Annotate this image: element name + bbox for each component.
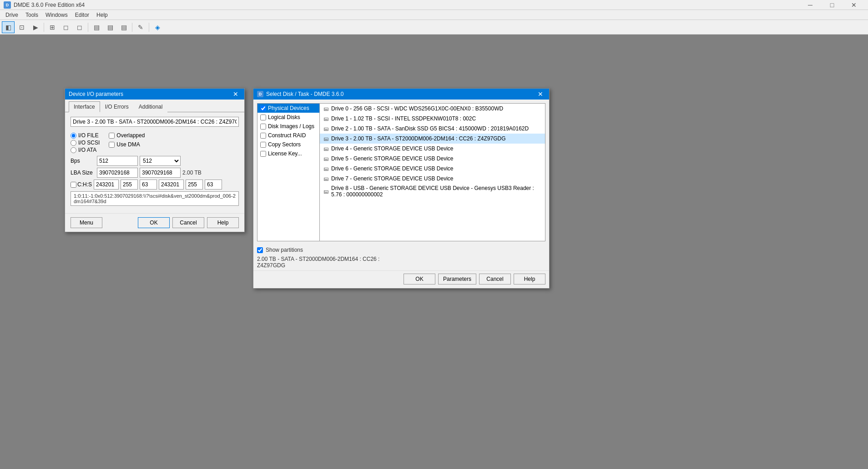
copy-sectors-checkbox[interactable]	[260, 142, 266, 148]
drive-path-input[interactable]	[71, 117, 239, 127]
close-button[interactable]: ✕	[843, 0, 864, 10]
toolbar-btn-7[interactable]: ▤	[104, 21, 116, 33]
chs-c2[interactable]	[159, 180, 184, 190]
bps-input1[interactable]	[97, 156, 138, 166]
physical-checkbox[interactable]	[260, 105, 266, 111]
chs-checkbox[interactable]	[71, 182, 76, 188]
toolbar-btn-5[interactable]: ◻	[73, 21, 86, 33]
overlapped-label[interactable]: Overlapped	[116, 132, 145, 139]
io-ata-label[interactable]: I/O ATA	[78, 147, 96, 153]
device-io-title: Device I/O parameters	[69, 91, 123, 97]
use-dma-label[interactable]: Use DMA	[116, 141, 140, 148]
minimize-button[interactable]: ─	[800, 0, 821, 10]
toolbar-sep-3	[132, 23, 132, 32]
bps-row: Bps 512	[71, 156, 239, 166]
io-scsi-label[interactable]: I/O SCSI	[78, 140, 100, 146]
drive-7-label: Drive 7 - Generic STORAGE DEVICE USB Dev…	[331, 175, 454, 182]
menu-windows[interactable]: Windows	[42, 11, 71, 19]
device-io-footer: Menu OK Cancel Help	[65, 213, 244, 232]
menu-button[interactable]: Menu	[71, 217, 102, 228]
io-file-radio[interactable]	[71, 133, 76, 139]
io-scsi-radio[interactable]	[71, 140, 76, 146]
bps-select[interactable]: 512	[140, 156, 181, 166]
toolbar-btn-2[interactable]: ▶	[29, 21, 42, 33]
chs-checkbox-group: C:H:S	[71, 181, 92, 188]
io-ata-row: I/O ATA	[71, 147, 100, 153]
left-item-physical[interactable]: Physical Devices	[257, 104, 319, 113]
cancel-button[interactable]: Cancel	[172, 217, 204, 228]
io-ata-radio[interactable]	[71, 147, 76, 153]
drive-7[interactable]: 🖴 Drive 7 - Generic STORAGE DEVICE USB D…	[320, 174, 545, 184]
app-icon: D	[4, 1, 11, 9]
chs-s1[interactable]	[140, 180, 157, 190]
toolbar-btn-8[interactable]: ▤	[117, 21, 130, 33]
device-io-close-button[interactable]: ✕	[231, 90, 241, 99]
toolbar-btn-0[interactable]: ◧	[2, 21, 15, 33]
left-item-license-key[interactable]: License Key...	[257, 149, 319, 158]
license-key-checkbox[interactable]	[260, 151, 266, 157]
select-help-button[interactable]: Help	[514, 274, 545, 284]
menu-tools[interactable]: Tools	[22, 11, 42, 19]
use-dma-checkbox[interactable]	[109, 142, 115, 148]
chs-c1[interactable]	[94, 180, 119, 190]
io-options-grid: I/O FILE I/O SCSI I/O ATA	[71, 132, 239, 153]
io-file-label[interactable]: I/O FILE	[78, 132, 99, 139]
chs-label[interactable]: C:H:S	[77, 181, 92, 188]
toolbar-btn-3[interactable]: ⊞	[46, 21, 59, 33]
toolbar-sep-2	[88, 23, 88, 32]
select-parameters-button[interactable]: Parameters	[438, 274, 476, 284]
drive-2[interactable]: 🖴 Drive 2 - 1.00 TB - SATA - SanDisk SSD…	[320, 124, 545, 134]
use-dma-row: Use DMA	[109, 141, 145, 148]
drive-4[interactable]: 🖴 Drive 4 - Generic STORAGE DEVICE USB D…	[320, 144, 545, 154]
toolbar-btn-9[interactable]: ✎	[134, 21, 147, 33]
left-item-construct-raid[interactable]: Construct RAID	[257, 131, 319, 140]
select-ok-button[interactable]: OK	[404, 274, 435, 284]
left-item-logical[interactable]: Logical Disks	[257, 113, 319, 122]
drive-path-row	[71, 117, 239, 130]
drive-3[interactable]: 🖴 Drive 3 - 2.00 TB - SATA - ST2000DM006…	[320, 134, 545, 144]
logical-label: Logical Disks	[268, 114, 300, 120]
menu-drive[interactable]: Drive	[2, 11, 22, 19]
select-disk-close-button[interactable]: ✕	[535, 90, 545, 99]
chs-s2[interactable]	[205, 180, 222, 190]
left-panel[interactable]: Physical Devices Logical Disks Disk Imag…	[257, 103, 320, 241]
tab-io-errors[interactable]: I/O Errors	[100, 101, 134, 112]
tab-additional[interactable]: Additional	[134, 101, 168, 112]
toolbar-btn-1[interactable]: ⊡	[15, 21, 28, 33]
drive-0[interactable]: 🖴 Drive 0 - 256 GB - SCSI - WDC WDS256G1…	[320, 104, 545, 114]
left-item-copy-sectors[interactable]: Copy Sectors	[257, 140, 319, 149]
lba-label: LBA Size	[71, 170, 95, 176]
toolbar-btn-6[interactable]: ▤	[90, 21, 103, 33]
drive-8[interactable]: 🖴 Drive 8 - USB - Generic STORAGE DEVICE…	[320, 184, 545, 199]
right-panel[interactable]: 🖴 Drive 0 - 256 GB - SCSI - WDC WDS256G1…	[320, 103, 545, 241]
toolbar-btn-4[interactable]: ◻	[60, 21, 72, 33]
chs-h2[interactable]	[186, 180, 203, 190]
window-title: DMDE 3.6.0 Free Edition x64	[14, 2, 85, 8]
tab-interface[interactable]: Interface	[69, 101, 100, 112]
lba-input1[interactable]	[97, 168, 138, 178]
select-cancel-button[interactable]: Cancel	[479, 274, 511, 284]
menu-help[interactable]: Help	[93, 11, 111, 19]
status-line1: 2.00 TB - SATA - ST2000DM006-2DM164 : CC…	[257, 256, 379, 262]
lba-input2[interactable]	[140, 168, 181, 178]
device-io-tabs: Interface I/O Errors Additional	[65, 100, 244, 112]
maximize-button[interactable]: □	[822, 0, 843, 10]
menu-editor[interactable]: Editor	[71, 11, 93, 19]
drive-6[interactable]: 🖴 Drive 6 - Generic STORAGE DEVICE USB D…	[320, 164, 545, 174]
device-io-title-bar: Device I/O parameters ✕	[65, 89, 244, 100]
left-item-disk-images[interactable]: Disk Images / Logs	[257, 122, 319, 131]
io-scsi-row: I/O SCSI	[71, 140, 100, 146]
toolbar-btn-10[interactable]: ◈	[151, 21, 164, 33]
logical-checkbox[interactable]	[260, 115, 266, 120]
help-button[interactable]: Help	[207, 217, 239, 228]
disk-images-checkbox[interactable]	[260, 124, 266, 130]
show-partitions-checkbox[interactable]	[257, 247, 263, 253]
show-partitions-label[interactable]: Show partitions	[266, 247, 303, 253]
drive-2-label: Drive 2 - 1.00 TB - SATA - SanDisk SSD G…	[331, 125, 529, 132]
drive-1[interactable]: 🖴 Drive 1 - 1.02 TB - SCSI - INTEL SSDPE…	[320, 114, 545, 124]
construct-raid-checkbox[interactable]	[260, 133, 266, 139]
chs-h1[interactable]	[121, 180, 138, 190]
drive-5[interactable]: 🖴 Drive 5 - Generic STORAGE DEVICE USB D…	[320, 154, 545, 164]
overlapped-checkbox[interactable]	[109, 133, 115, 139]
ok-button[interactable]: OK	[138, 217, 170, 228]
